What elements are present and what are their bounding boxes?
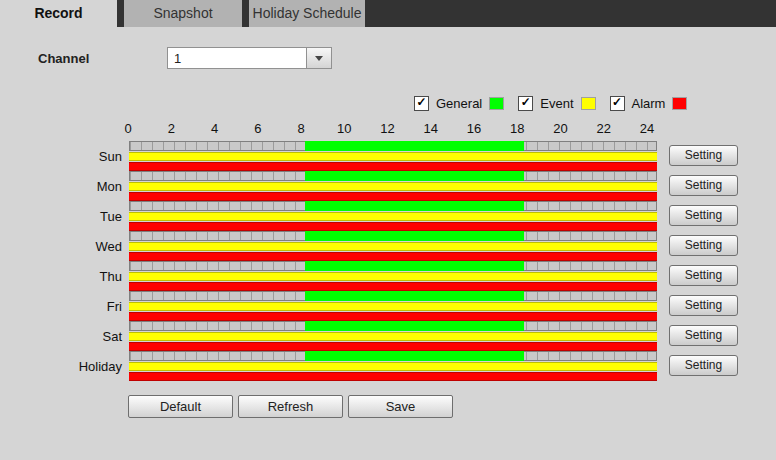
day-label: Holiday (0, 359, 122, 374)
alarm-record-bar[interactable] (129, 252, 657, 261)
general-record-bar (305, 291, 524, 301)
event-record-bar[interactable] (129, 152, 657, 161)
schedule-day-row: Fri Setting (0, 291, 776, 321)
general-record-bar (305, 321, 524, 331)
default-button[interactable]: Default (128, 395, 233, 418)
alarm-record-bar[interactable] (129, 342, 657, 351)
schedule-timeline-track[interactable] (129, 321, 657, 331)
event-record-bar[interactable] (129, 182, 657, 191)
setting-button[interactable]: Setting (669, 325, 738, 346)
day-label: Wed (0, 239, 122, 254)
schedule-timeline-track[interactable] (129, 261, 657, 271)
event-record-bar[interactable] (129, 242, 657, 251)
event-record-bar[interactable] (129, 302, 657, 311)
schedule-timeline-track[interactable] (129, 171, 657, 181)
general-record-bar (305, 201, 524, 211)
refresh-button[interactable]: Refresh (238, 395, 343, 418)
day-label: Tue (0, 209, 122, 224)
schedule-timeline-track[interactable] (129, 291, 657, 301)
setting-button[interactable]: Setting (669, 145, 738, 166)
alarm-record-bar[interactable] (129, 372, 657, 381)
setting-button[interactable]: Setting (669, 355, 738, 376)
setting-button[interactable]: Setting (669, 205, 738, 226)
schedule-timeline-track[interactable] (129, 231, 657, 241)
setting-button[interactable]: Setting (669, 175, 738, 196)
day-label: Thu (0, 269, 122, 284)
alarm-record-bar[interactable] (129, 192, 657, 201)
schedule-timeline-track[interactable] (129, 201, 657, 211)
schedule-day-row: Thu Setting (0, 261, 776, 291)
schedule-day-row: Tue Setting (0, 201, 776, 231)
event-record-bar[interactable] (129, 362, 657, 371)
alarm-record-bar[interactable] (129, 282, 657, 291)
schedule-day-row: Holiday Setting (0, 351, 776, 381)
general-record-bar (305, 231, 524, 241)
general-record-bar (305, 261, 524, 271)
schedule-timeline-track[interactable] (129, 351, 657, 361)
setting-button[interactable]: Setting (669, 235, 738, 256)
schedule-day-row: Mon Setting (0, 171, 776, 201)
general-record-bar (305, 141, 524, 151)
day-label: Fri (0, 299, 122, 314)
event-record-bar[interactable] (129, 272, 657, 281)
schedule-day-row: Sat Setting (0, 321, 776, 351)
alarm-record-bar[interactable] (129, 312, 657, 321)
setting-button[interactable]: Setting (669, 265, 738, 286)
event-record-bar[interactable] (129, 212, 657, 221)
event-record-bar[interactable] (129, 332, 657, 341)
day-label: Sun (0, 149, 122, 164)
general-record-bar (305, 351, 524, 361)
schedule-day-row: Sun Setting (0, 141, 776, 171)
alarm-record-bar[interactable] (129, 222, 657, 231)
day-label: Mon (0, 179, 122, 194)
schedule-day-row: Wed Setting (0, 231, 776, 261)
alarm-record-bar[interactable] (129, 162, 657, 171)
setting-button[interactable]: Setting (669, 295, 738, 316)
schedule-timeline-track[interactable] (129, 141, 657, 151)
general-record-bar (305, 171, 524, 181)
day-label: Sat (0, 329, 122, 344)
schedule-rows: Sun Setting Mon Setting Tue Setting Wed … (0, 0, 776, 460)
save-button[interactable]: Save (348, 395, 453, 418)
